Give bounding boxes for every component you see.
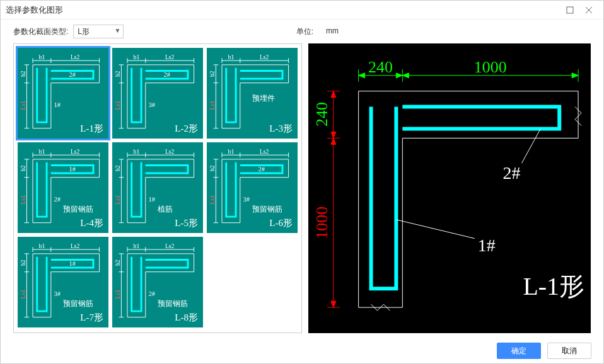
- chevron-down-icon: ▼: [114, 27, 120, 34]
- svg-text:Ls2: Ls2: [260, 54, 269, 60]
- svg-line-134: [396, 220, 474, 239]
- svg-text:Ls2: Ls2: [165, 148, 175, 155]
- svg-text:b1: b1: [134, 242, 140, 249]
- svg-text:b1: b1: [228, 54, 235, 60]
- svg-text:2#: 2#: [149, 290, 156, 297]
- svg-text:预留钢筋: 预留钢筋: [252, 205, 282, 213]
- svg-text:2#: 2#: [164, 71, 171, 78]
- preview-label-2: 2#: [503, 163, 521, 183]
- svg-text:1#: 1#: [69, 166, 76, 173]
- thumb-name: L-3形: [269, 123, 293, 135]
- thumb-name: L-1形: [80, 123, 103, 135]
- svg-text:Ls2: Ls2: [260, 148, 269, 155]
- thumb-L-1形[interactable]: b1 Ls2 b2 Ls1 2# 1# L-1形: [18, 48, 108, 139]
- thumb-name: L-8形: [175, 312, 198, 324]
- dim-left-1: 240: [313, 102, 331, 127]
- svg-text:3#: 3#: [243, 196, 250, 203]
- ok-button[interactable]: 确定: [497, 343, 541, 359]
- svg-text:Ls2: Ls2: [165, 54, 175, 60]
- thumb-L-5形[interactable]: b1 Ls2 b2 Ls1 1# 植筋 L-5形: [112, 142, 203, 233]
- type-select-value: L形: [78, 27, 90, 36]
- svg-text:1#: 1#: [149, 196, 156, 203]
- thumb-L-6形[interactable]: b1 Ls2 b2 Ls1 2# 3# 预留钢筋 L-6形: [207, 142, 298, 233]
- thumb-L-7形[interactable]: b1 Ls2 b2 Ls1 1# 3# 预留钢筋 L-7形: [18, 237, 108, 327]
- svg-text:Ls1: Ls1: [209, 195, 216, 205]
- svg-text:2#: 2#: [54, 196, 61, 203]
- svg-text:b1: b1: [228, 148, 235, 155]
- svg-text:植筋: 植筋: [158, 205, 173, 213]
- thumb-name: L-4形: [80, 217, 103, 229]
- thumb-L-3形[interactable]: b1 Ls2 b2 Ls1 预埋件 L-3形: [207, 48, 298, 139]
- svg-text:Ls1: Ls1: [20, 195, 26, 205]
- svg-text:b2: b2: [114, 71, 121, 77]
- thumb-name: L-7形: [80, 312, 103, 324]
- svg-text:b2: b2: [20, 259, 26, 266]
- svg-text:Ls1: Ls1: [20, 101, 26, 110]
- svg-text:b2: b2: [20, 165, 26, 171]
- dim-top-1: 240: [368, 58, 393, 76]
- maximize-button[interactable]: [560, 1, 579, 20]
- svg-text:Ls2: Ls2: [165, 242, 175, 249]
- svg-marker-123: [402, 73, 409, 78]
- dim-left-2: 1000: [313, 207, 331, 239]
- svg-marker-121: [359, 73, 365, 78]
- unit-value: mm: [326, 26, 339, 37]
- svg-marker-132: [331, 301, 336, 307]
- svg-text:预埋件: 预埋件: [252, 94, 275, 103]
- svg-text:Ls1: Ls1: [114, 101, 121, 110]
- preview-pane: 240 1000 240 1000: [308, 43, 591, 333]
- svg-marker-131: [331, 138, 336, 144]
- type-label: 参数化截面类型:: [13, 26, 68, 37]
- window-title: 选择参数化图形: [6, 4, 560, 16]
- thumb-L-8形[interactable]: b1 Ls2 b2 Ls1 2# 预留钢筋 L-8形: [112, 237, 203, 327]
- svg-text:2#: 2#: [258, 166, 265, 173]
- svg-text:Ls2: Ls2: [71, 148, 80, 155]
- svg-text:b2: b2: [20, 71, 26, 77]
- svg-text:预留钢筋: 预留钢筋: [63, 299, 93, 308]
- svg-text:Ls1: Ls1: [114, 195, 121, 205]
- svg-rect-0: [567, 7, 573, 13]
- svg-marker-130: [331, 132, 336, 138]
- svg-text:2#: 2#: [69, 71, 76, 78]
- unit-label: 单位:: [296, 26, 313, 37]
- svg-text:Ls2: Ls2: [71, 54, 80, 60]
- svg-text:Ls2: Ls2: [71, 242, 80, 249]
- type-select[interactable]: L形 ▼: [73, 25, 124, 38]
- svg-text:预留钢筋: 预留钢筋: [158, 299, 188, 308]
- preview-name: L-1形: [523, 273, 584, 300]
- svg-text:b2: b2: [209, 71, 216, 77]
- svg-text:b1: b1: [39, 148, 45, 155]
- svg-text:b1: b1: [39, 242, 45, 249]
- svg-text:b1: b1: [134, 148, 140, 155]
- svg-marker-124: [572, 73, 578, 78]
- svg-marker-129: [331, 91, 336, 98]
- thumb-L-2形[interactable]: b1 Ls2 b2 Ls1 2# 3# L-2形: [112, 48, 203, 139]
- svg-marker-122: [396, 73, 402, 78]
- svg-text:b2: b2: [114, 165, 121, 171]
- svg-line-133: [521, 128, 540, 163]
- thumb-name: L-2形: [175, 123, 198, 135]
- svg-text:预留钢筋: 预留钢筋: [63, 205, 93, 213]
- svg-text:b2: b2: [209, 165, 216, 171]
- svg-text:1#: 1#: [54, 101, 61, 108]
- svg-text:b1: b1: [39, 54, 45, 60]
- svg-text:b2: b2: [114, 259, 121, 266]
- cancel-button[interactable]: 取消: [547, 343, 591, 359]
- svg-text:Ls1: Ls1: [209, 101, 216, 110]
- dim-top-2: 1000: [474, 58, 507, 76]
- thumb-name: L-6形: [269, 217, 293, 229]
- thumb-L-4形[interactable]: b1 Ls2 b2 Ls1 1# 2# 预留钢筋 L-4形: [18, 142, 108, 233]
- svg-text:3#: 3#: [54, 290, 61, 297]
- close-button[interactable]: [579, 1, 598, 20]
- svg-text:1#: 1#: [69, 260, 76, 267]
- svg-text:Ls1: Ls1: [20, 290, 26, 299]
- svg-text:3#: 3#: [149, 101, 156, 108]
- svg-text:Ls1: Ls1: [114, 290, 121, 299]
- shape-gallery: b1 Ls2 b2 Ls1 2# 1# L-1形 b1 Ls2 b2 Ls1 2…: [13, 43, 302, 333]
- preview-label-1: 1#: [478, 236, 496, 255]
- thumb-name: L-5形: [175, 217, 198, 229]
- svg-text:b1: b1: [134, 54, 140, 60]
